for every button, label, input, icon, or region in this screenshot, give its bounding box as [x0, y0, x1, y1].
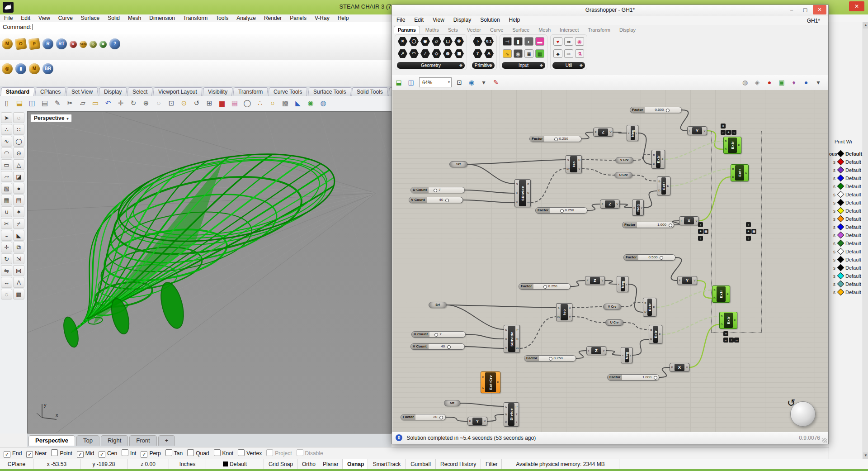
surface-edit-tool[interactable]: ◪	[13, 171, 24, 182]
output-port[interactable]: V	[693, 279, 697, 282]
layer-row[interactable]: sDefault	[829, 288, 863, 296]
gh-tab-vector[interactable]: Vector	[463, 26, 485, 33]
status-inches[interactable]: Inches	[169, 459, 206, 469]
layer-row[interactable]: sDefault	[829, 272, 863, 280]
osnap-quad[interactable]: Quad	[187, 449, 209, 457]
param-integer-icon[interactable]: 7	[473, 49, 482, 58]
output-ports[interactable]: E	[726, 286, 730, 302]
factor-slider[interactable]: Factor0.250	[529, 136, 581, 142]
copy-object-tool[interactable]: ⧉	[13, 242, 24, 252]
galapagos-icon[interactable]: ♥	[553, 37, 562, 46]
factor-slider[interactable]: Factor1.000	[607, 374, 659, 381]
pointcloud-tool[interactable]: ∷	[13, 124, 24, 135]
point-tool[interactable]: ∴	[1, 124, 12, 135]
canvas-nav-sphere[interactable]: ↺	[790, 401, 816, 427]
status-y[interactable]: y -189.28	[80, 459, 127, 469]
nav-button[interactable]: +	[698, 229, 703, 234]
param-boolean-icon[interactable]: ◑	[473, 37, 482, 46]
layer-row[interactable]: sDefault	[829, 174, 863, 182]
chamfer-tool[interactable]: ◣	[13, 230, 24, 241]
slider-track[interactable]: 0.250	[550, 208, 587, 213]
divide-curve-component[interactable]: CNKDividePTt	[504, 402, 519, 427]
boolean-toggle-icon[interactable]: ▮	[514, 37, 523, 46]
slider-knob[interactable]	[560, 209, 564, 213]
param-brep-icon[interactable]: ◍	[443, 49, 453, 58]
relay-icon[interactable]: ⇨	[564, 49, 573, 58]
osnap-cen[interactable]: ✓Cen	[99, 450, 117, 458]
slider-track[interactable]: 1.000	[622, 375, 659, 380]
group-label-input[interactable]: Input◆	[502, 62, 545, 69]
nav-button[interactable]: ↓	[698, 236, 703, 241]
slider-track[interactable]: 0.250	[539, 356, 576, 361]
gh-menu-solution[interactable]: Solution	[476, 16, 504, 24]
checkbox-knot[interactable]	[214, 449, 221, 456]
param-text-icon[interactable]: A	[484, 49, 494, 58]
extrude-component-selected[interactable]: BDExtrE	[712, 285, 730, 303]
resize-grip[interactable]	[822, 438, 827, 442]
gh-menu-help[interactable]: Help	[505, 16, 525, 24]
extrude-curve-component-warning[interactable]: BCExtrCrvE	[481, 371, 500, 393]
group-label-geometry[interactable]: Geometry◆	[397, 62, 465, 69]
vray-m-icon[interactable]: M	[29, 63, 40, 74]
output-ports[interactable]: E	[733, 312, 737, 328]
param-number-icon[interactable]: 0.1	[484, 37, 494, 46]
gh-canvas[interactable]: Factor0.500FYV≡←+→BDExtrEFZVxNegyFactor0…	[392, 90, 828, 432]
slider-track[interactable]: 40	[427, 197, 462, 203]
extrude-component[interactable]: BDExtrE	[643, 298, 656, 317]
nav-button[interactable]: ↑	[698, 222, 703, 227]
slider-track[interactable]: 0.250	[544, 136, 581, 142]
vray-options-icon[interactable]: O	[14, 38, 27, 50]
v-curve-pill[interactable]: V Crv	[615, 157, 633, 163]
slider-knob[interactable]	[447, 345, 451, 349]
message-count-badge[interactable]: 0	[396, 434, 402, 441]
unit-z-component[interactable]: FZV	[600, 200, 620, 209]
layer-row[interactable]: sDefault	[829, 239, 863, 247]
array-tool[interactable]: ⋈	[13, 265, 24, 276]
menu-dimension[interactable]: Dimension	[145, 14, 179, 22]
osnap-tan[interactable]: Tan	[165, 449, 183, 457]
canvas-green-icon[interactable]: ▣	[777, 77, 787, 87]
zoom-in-icon[interactable]: ⊕	[141, 98, 151, 109]
extrude-component-selected[interactable]: BDExtrE	[719, 312, 737, 329]
unit-y-component[interactable]: FYV	[677, 276, 697, 285]
point-grid-icon[interactable]: ∴	[255, 98, 265, 109]
layer-row[interactable]: sDefault	[829, 166, 863, 174]
menu-tools[interactable]: Tools	[212, 14, 232, 22]
slider-track[interactable]: 0.250	[533, 284, 570, 289]
slider-knob[interactable]	[554, 138, 558, 141]
graph-mapper-icon[interactable]: ∿	[503, 49, 512, 58]
toolbar-tab-surface-tools[interactable]: Surface Tools	[308, 87, 352, 96]
v-curve-pill[interactable]: V Crv	[603, 304, 621, 310]
output-ports[interactable]: PNuv	[526, 180, 530, 207]
output-ports[interactable]: E	[660, 150, 665, 168]
text-tool[interactable]: A	[13, 277, 24, 288]
status-planar[interactable]: Planar	[318, 459, 343, 469]
layer-row[interactable]: sDefault	[829, 207, 863, 215]
red-car-icon[interactable]: ▆	[217, 98, 227, 109]
status-grid[interactable]: Grid Snap	[264, 459, 297, 469]
pan-icon[interactable]: ✛	[115, 98, 126, 109]
layer-row[interactable]: sDefault	[829, 280, 863, 288]
vray-infinite-plane-icon[interactable]: ◇	[90, 41, 97, 48]
factor-slider[interactable]: Factor0.250	[524, 355, 576, 362]
minimize-button[interactable]: –	[785, 5, 798, 14]
checkbox-cen[interactable]: ✓	[99, 451, 105, 458]
slider-knob[interactable]	[434, 333, 438, 337]
output-ports[interactable]: y	[625, 276, 628, 292]
nav-button[interactable]: ≡	[721, 124, 726, 128]
checkbox-mid[interactable]: ✓	[77, 451, 84, 458]
viewport-tab-right[interactable]: Right	[101, 435, 128, 446]
factor-slider[interactable]: Factor0.250	[519, 283, 571, 290]
close-button[interactable]: ✕	[849, 1, 864, 11]
layer-row[interactable]: sDefault	[829, 247, 863, 256]
circle-center-icon[interactable]: ◯	[242, 98, 253, 109]
rotate-view-icon[interactable]: ↺	[191, 98, 202, 109]
osnap-perp[interactable]: ✓Perp	[141, 450, 160, 458]
viewport-tab-+[interactable]: +	[158, 435, 175, 446]
input-ports[interactable]: Suv	[566, 156, 570, 173]
output-ports[interactable]: y	[629, 347, 632, 363]
menu-transform[interactable]: Transform	[179, 14, 212, 22]
lock-icon[interactable]: ▩	[280, 98, 291, 109]
layer-row[interactable]: sDefault	[829, 215, 863, 223]
maximize-button[interactable]: ▢	[798, 5, 812, 14]
